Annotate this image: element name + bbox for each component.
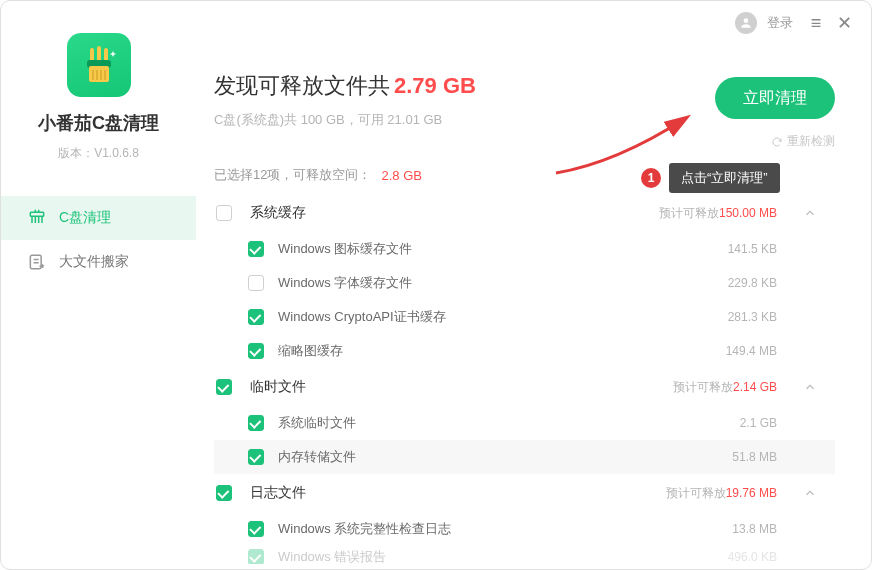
annotation-tooltip: 1 点击“立即清理” (641, 163, 780, 193)
child-row[interactable]: Windows 字体缓存文件229.8 KB (214, 266, 835, 300)
category-row[interactable]: 日志文件预计可释放19.76 MB (214, 474, 835, 512)
nav-item-big-file-move[interactable]: 大文件搬家 (1, 240, 196, 284)
child-checkbox[interactable] (248, 241, 264, 257)
child-size: 281.3 KB (728, 310, 777, 324)
category-row[interactable]: 系统缓存预计可释放150.00 MB (214, 194, 835, 232)
nav-label: 大文件搬家 (59, 253, 129, 271)
child-checkbox[interactable] (248, 549, 264, 564)
chevron-up-icon[interactable] (795, 206, 825, 220)
child-row[interactable]: Windows CryptoAPI证书缓存281.3 KB (214, 300, 835, 334)
header-row: 发现可释放文件共 2.79 GB C盘(系统盘)共 100 GB，可用 21.0… (214, 71, 835, 150)
category-size: 预计可释放19.76 MB (666, 485, 777, 502)
header-left: 发现可释放文件共 2.79 GB C盘(系统盘)共 100 GB，可用 21.0… (214, 71, 476, 129)
child-size: 2.1 GB (740, 416, 777, 430)
nav-label: C盘清理 (59, 209, 111, 227)
annotation-step-number: 1 (641, 168, 661, 188)
child-label: Windows 错误报告 (278, 548, 728, 564)
broom-icon (27, 208, 47, 228)
svg-rect-1 (97, 46, 101, 62)
avatar-icon[interactable] (735, 12, 757, 34)
app-version: 版本：V1.0.6.8 (58, 145, 139, 162)
app-name: 小番茄C盘清理 (38, 111, 159, 135)
child-size: 496.0 KB (728, 550, 777, 564)
discover-prefix: 发现可释放文件共 (214, 71, 390, 101)
child-size: 51.8 MB (732, 450, 777, 464)
child-row[interactable]: 缩略图缓存149.4 MB (214, 334, 835, 368)
svg-rect-0 (90, 48, 94, 62)
child-size: 149.4 MB (726, 344, 777, 358)
child-checkbox[interactable] (248, 449, 264, 465)
disk-info: C盘(系统盘)共 100 GB，可用 21.01 GB (214, 111, 476, 129)
app-logo-icon (67, 33, 131, 97)
child-row[interactable]: Windows 图标缓存文件141.5 KB (214, 232, 835, 266)
child-label: Windows 字体缓存文件 (278, 274, 728, 292)
child-label: 系统临时文件 (278, 414, 740, 432)
category-label: 系统缓存 (250, 204, 659, 222)
titlebar: 登录 ≡ ✕ (717, 1, 871, 45)
login-link[interactable]: 登录 (767, 14, 793, 32)
selection-size: 2.8 GB (381, 168, 421, 183)
chevron-up-icon[interactable] (795, 380, 825, 394)
child-row[interactable]: Windows 系统完整性检查日志13.8 MB (214, 512, 835, 546)
discover-size: 2.79 GB (394, 73, 476, 99)
rescan-label: 重新检测 (787, 133, 835, 150)
category-checkbox[interactable] (216, 379, 232, 395)
nav: C盘清理 大文件搬家 (1, 196, 196, 284)
svg-rect-2 (104, 48, 108, 62)
main-panel: 发现可释放文件共 2.79 GB C盘(系统盘)共 100 GB，可用 21.0… (196, 1, 871, 569)
category-label: 临时文件 (250, 378, 673, 396)
file-move-icon (27, 252, 47, 272)
category-row[interactable]: 临时文件预计可释放2.14 GB (214, 368, 835, 406)
child-checkbox[interactable] (248, 309, 264, 325)
child-label: 内存转储文件 (278, 448, 732, 466)
child-size: 229.8 KB (728, 276, 777, 290)
child-checkbox[interactable] (248, 343, 264, 359)
child-label: 缩略图缓存 (278, 342, 726, 360)
child-row[interactable]: 内存转储文件51.8 MB (214, 440, 835, 474)
category-checkbox[interactable] (216, 205, 232, 221)
child-size: 141.5 KB (728, 242, 777, 256)
child-label: Windows CryptoAPI证书缓存 (278, 308, 728, 326)
svg-rect-4 (89, 66, 109, 82)
child-label: Windows 图标缓存文件 (278, 240, 728, 258)
child-row[interactable]: Windows 错误报告496.0 KB (214, 546, 835, 564)
menu-icon[interactable]: ≡ (807, 14, 825, 32)
sidebar: 小番茄C盘清理 版本：V1.0.6.8 C盘清理 大文件搬家 (1, 1, 196, 569)
selection-prefix: 已选择12项，可释放空间： (214, 166, 371, 184)
child-checkbox[interactable] (248, 275, 264, 291)
child-checkbox[interactable] (248, 521, 264, 537)
child-size: 13.8 MB (732, 522, 777, 536)
close-icon[interactable]: ✕ (835, 14, 853, 32)
nav-item-disk-clean[interactable]: C盘清理 (1, 196, 196, 240)
child-row[interactable]: 系统临时文件2.1 GB (214, 406, 835, 440)
refresh-icon (771, 136, 783, 148)
category-checkbox[interactable] (216, 485, 232, 501)
child-label: Windows 系统完整性检查日志 (278, 520, 732, 538)
chevron-up-icon[interactable] (795, 486, 825, 500)
cleanup-list: 系统缓存预计可释放150.00 MBWindows 图标缓存文件141.5 KB… (214, 194, 835, 569)
category-size: 预计可释放150.00 MB (659, 205, 777, 222)
header-right: 立即清理 重新检测 (715, 71, 835, 150)
clean-now-button[interactable]: 立即清理 (715, 77, 835, 119)
app-window: 登录 ≡ ✕ 小番茄C盘清理 版本：V1.0.6.8 (0, 0, 872, 570)
annotation-text: 点击“立即清理” (669, 163, 780, 193)
rescan-link[interactable]: 重新检测 (771, 133, 835, 150)
category-label: 日志文件 (250, 484, 666, 502)
discover-text: 发现可释放文件共 2.79 GB (214, 71, 476, 101)
category-size: 预计可释放2.14 GB (673, 379, 777, 396)
child-checkbox[interactable] (248, 415, 264, 431)
svg-rect-9 (30, 212, 43, 216)
